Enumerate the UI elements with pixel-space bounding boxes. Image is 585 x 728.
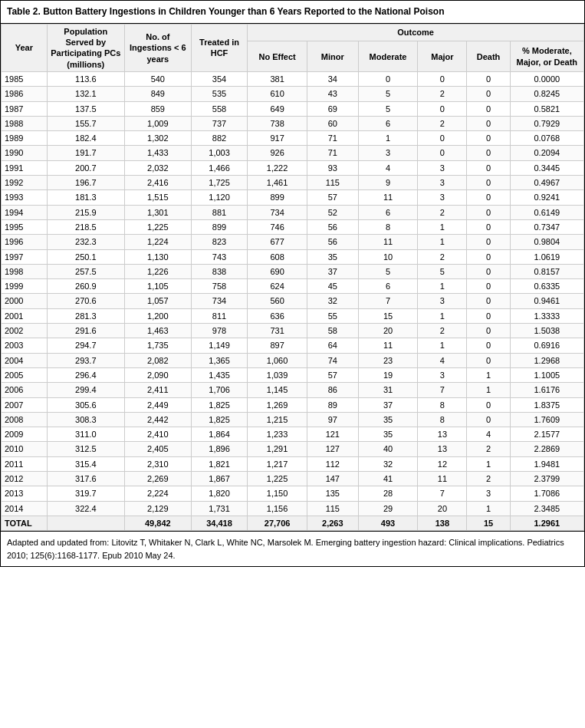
cell-pct: 1.0619	[510, 249, 583, 264]
cell-mod: 4	[358, 160, 418, 175]
cell-noeff: 1,145	[248, 383, 307, 397]
cell-minor: 135	[307, 486, 358, 501]
cell-hcf: 899	[191, 219, 248, 234]
cell-ing: 2,411	[124, 383, 191, 397]
cell-year: 2008	[2, 412, 48, 427]
cell-minor: 115	[307, 176, 358, 190]
table-row: 1993181.31,5151,1208995711300.9241	[2, 190, 584, 205]
table-row: 1992196.72,4161,7251,4611159300.4967	[2, 176, 584, 190]
cell-pop: 257.5	[47, 264, 124, 278]
cell-pop: 155.7	[47, 116, 124, 130]
cell-minor: 115	[307, 501, 358, 516]
cell-pop: 319.7	[47, 486, 124, 501]
cell-hcf: 1,003	[191, 146, 248, 160]
cell-death: 0	[467, 308, 510, 323]
cell-minor: 71	[307, 131, 358, 146]
cell-noeff: 746	[248, 219, 307, 234]
cell-hcf: 1,435	[191, 367, 248, 382]
table-row: 1985113.6540354381340000.0000	[2, 71, 584, 86]
cell-death: 0	[467, 279, 510, 294]
total-ing: 49,842	[124, 516, 191, 530]
total-mod: 493	[358, 516, 418, 530]
cell-pct: 1.6176	[510, 383, 583, 397]
cell-pop: 215.9	[47, 205, 124, 219]
cell-ing: 2,442	[124, 412, 191, 427]
cell-year: 2004	[2, 353, 48, 367]
table-row: 2007305.62,4491,8251,2698937801.8375	[2, 397, 584, 412]
cell-major: 12	[418, 456, 467, 471]
cell-major: 0	[418, 101, 467, 116]
cell-ing: 2,082	[124, 353, 191, 367]
cell-major: 0	[418, 71, 467, 86]
total-death: 15	[467, 516, 510, 530]
cell-ing: 1,225	[124, 219, 191, 234]
cell-hcf: 1,731	[191, 501, 248, 516]
table-row: 1986132.1849535610435200.8245	[2, 87, 584, 101]
cell-mod: 11	[358, 235, 418, 249]
header-ingestions: No. of Ingestions < 6 years	[124, 24, 191, 71]
cell-ing: 2,405	[124, 442, 191, 456]
cell-ing: 1,515	[124, 190, 191, 205]
cell-minor: 45	[307, 279, 358, 294]
cell-ing: 859	[124, 101, 191, 116]
cell-ing: 2,269	[124, 472, 191, 486]
cell-pop: 113.6	[47, 71, 124, 86]
cell-pop: 200.7	[47, 160, 124, 175]
cell-death: 0	[467, 397, 510, 412]
table-row: 2014322.42,1291,7311,156115292012.3485	[2, 501, 584, 516]
cell-death: 0	[467, 235, 510, 249]
cell-year: 1998	[2, 264, 48, 278]
cell-pop: 312.5	[47, 442, 124, 456]
cell-pct: 0.9804	[510, 235, 583, 249]
cell-ing: 849	[124, 87, 191, 101]
cell-noeff: 636	[248, 308, 307, 323]
cell-noeff: 560	[248, 294, 307, 308]
cell-minor: 43	[307, 87, 358, 101]
cell-year: 1991	[2, 160, 48, 175]
cell-year: 1987	[2, 101, 48, 116]
cell-ing: 1,105	[124, 279, 191, 294]
cell-major: 20	[418, 501, 467, 516]
cell-minor: 37	[307, 264, 358, 278]
cell-hcf: 811	[191, 308, 248, 323]
table-container: Table 2. Button Battery Ingestions in Ch…	[0, 0, 585, 567]
cell-pct: 2.3485	[510, 501, 583, 516]
cell-pop: 191.7	[47, 146, 124, 160]
cell-year: 1997	[2, 249, 48, 264]
cell-year: 1996	[2, 235, 48, 249]
data-table: Year Population Served by Participating …	[1, 24, 584, 531]
cell-mod: 6	[358, 116, 418, 130]
cell-minor: 56	[307, 235, 358, 249]
cell-major: 7	[418, 383, 467, 397]
cell-noeff: 624	[248, 279, 307, 294]
cell-minor: 71	[307, 146, 358, 160]
cell-ing: 1,057	[124, 294, 191, 308]
cell-major: 2	[418, 116, 467, 130]
cell-pop: 181.3	[47, 190, 124, 205]
total-minor: 2,263	[307, 516, 358, 530]
cell-ing: 540	[124, 71, 191, 86]
cell-ing: 2,129	[124, 501, 191, 516]
cell-mod: 6	[358, 279, 418, 294]
table-row: 2005296.42,0901,4351,0395719311.1005	[2, 367, 584, 382]
cell-hcf: 1,825	[191, 397, 248, 412]
total-major: 138	[418, 516, 467, 530]
cell-major: 2	[418, 87, 467, 101]
cell-pop: 308.3	[47, 412, 124, 427]
cell-pop: 322.4	[47, 501, 124, 516]
cell-ing: 1,301	[124, 205, 191, 219]
cell-pop: 294.7	[47, 338, 124, 353]
cell-major: 8	[418, 412, 467, 427]
cell-noeff: 897	[248, 338, 307, 353]
table-row: 1994215.91,301881734526200.6149	[2, 205, 584, 219]
cell-minor: 56	[307, 219, 358, 234]
cell-pop: 260.9	[47, 279, 124, 294]
cell-year: 1989	[2, 131, 48, 146]
table-row: 2009311.02,4101,8641,233121351342.1577	[2, 427, 584, 442]
cell-death: 0	[467, 131, 510, 146]
cell-pct: 0.9461	[510, 294, 583, 308]
cell-mod: 41	[358, 472, 418, 486]
cell-minor: 86	[307, 383, 358, 397]
table-row: 1995218.51,225899746568100.7347	[2, 219, 584, 234]
cell-hcf: 734	[191, 294, 248, 308]
